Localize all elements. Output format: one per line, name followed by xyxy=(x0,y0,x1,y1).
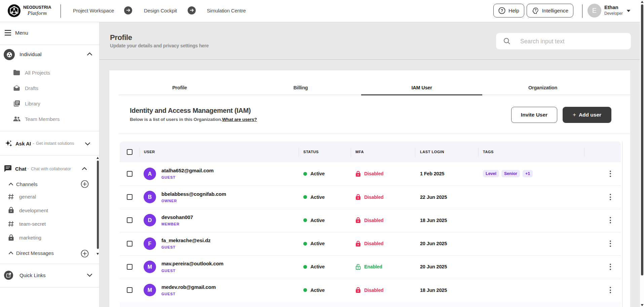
svg-text:?: ? xyxy=(501,8,503,13)
svg-text:?: ? xyxy=(534,8,536,12)
